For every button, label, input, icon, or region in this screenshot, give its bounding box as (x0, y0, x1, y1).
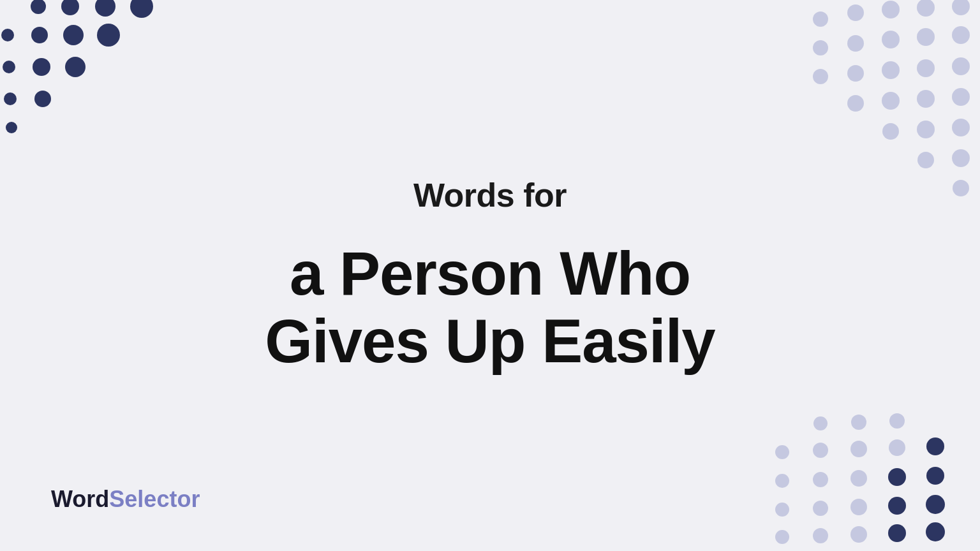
svg-point-26 (882, 61, 900, 79)
svg-point-60 (888, 524, 906, 542)
svg-point-23 (952, 26, 970, 44)
svg-point-30 (882, 92, 900, 110)
svg-point-42 (775, 445, 789, 459)
svg-point-58 (813, 528, 828, 543)
svg-point-52 (775, 503, 789, 517)
svg-point-12 (34, 91, 51, 107)
page-container: Words for a Person Who Gives Up Easily (0, 0, 980, 551)
svg-point-5 (31, 27, 48, 43)
svg-point-31 (917, 90, 935, 108)
svg-point-24 (813, 69, 828, 84)
svg-point-1 (61, 0, 79, 15)
svg-point-7 (97, 24, 120, 47)
svg-point-16 (882, 1, 900, 18)
svg-point-11 (4, 92, 17, 105)
svg-point-56 (926, 495, 945, 514)
svg-point-53 (813, 501, 828, 516)
logo-selector-part: Selector (109, 486, 200, 513)
main-title-line2: Gives Up Easily (265, 307, 715, 375)
dots-bottom-right-decoration (763, 411, 980, 551)
svg-point-25 (847, 65, 864, 82)
subtitle-text: Words for (413, 176, 567, 214)
svg-point-8 (3, 61, 15, 73)
svg-point-6 (63, 25, 84, 45)
svg-point-19 (813, 40, 828, 55)
svg-point-54 (850, 499, 867, 515)
svg-point-35 (952, 119, 970, 136)
svg-point-0 (31, 0, 46, 14)
svg-point-38 (953, 180, 969, 196)
svg-point-50 (888, 468, 906, 486)
svg-point-59 (850, 526, 867, 543)
svg-point-20 (847, 35, 864, 52)
svg-point-61 (926, 522, 945, 541)
svg-point-9 (33, 58, 50, 76)
svg-point-3 (130, 0, 153, 18)
logo: WordSelector (51, 486, 200, 513)
svg-point-21 (882, 31, 900, 48)
svg-point-39 (813, 416, 828, 430)
svg-point-14 (813, 11, 828, 27)
svg-point-44 (850, 441, 867, 457)
main-title-line1: a Person Who (265, 240, 715, 307)
dots-top-left-decoration (0, 0, 153, 140)
svg-point-47 (775, 474, 789, 488)
svg-point-28 (952, 57, 970, 75)
svg-point-10 (65, 57, 85, 77)
main-title-text: a Person Who Gives Up Easily (265, 240, 715, 374)
svg-point-48 (813, 472, 828, 487)
svg-point-45 (889, 439, 905, 456)
svg-point-40 (851, 415, 866, 430)
svg-point-55 (888, 497, 906, 515)
svg-point-37 (952, 149, 970, 167)
svg-point-4 (1, 29, 14, 41)
svg-point-2 (95, 0, 115, 17)
svg-point-49 (850, 470, 867, 487)
svg-point-51 (926, 467, 944, 485)
svg-point-17 (917, 0, 935, 17)
svg-point-32 (952, 88, 970, 106)
svg-point-36 (917, 152, 934, 168)
svg-point-57 (775, 530, 789, 544)
dots-top-right-decoration (801, 0, 980, 217)
main-content: Words for a Person Who Gives Up Easily (265, 176, 715, 374)
logo-word-part: Word (51, 486, 109, 513)
svg-point-29 (847, 95, 864, 112)
svg-point-13 (6, 122, 17, 133)
svg-point-18 (952, 0, 970, 15)
svg-point-15 (847, 4, 864, 21)
svg-point-22 (917, 28, 935, 46)
svg-point-46 (926, 437, 944, 455)
svg-point-34 (917, 121, 935, 138)
svg-point-41 (889, 413, 905, 429)
svg-point-43 (813, 443, 828, 458)
svg-point-33 (882, 123, 899, 140)
svg-point-27 (917, 59, 935, 77)
